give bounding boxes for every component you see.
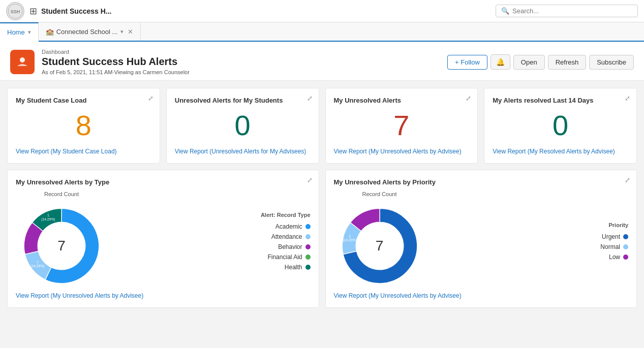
stat-value-0: 8 xyxy=(16,111,151,140)
search-input[interactable] xyxy=(512,7,632,15)
legend-label-0-4: Health xyxy=(285,264,302,271)
legend-group-title-1: Priority xyxy=(436,222,629,228)
stat-value-2: 7 xyxy=(334,111,470,140)
tab-connected-school-label: Connected School ... xyxy=(56,28,118,36)
svg-text:1: 1 xyxy=(47,213,49,217)
chart-expand-icon-0[interactable]: ⤢ xyxy=(307,176,313,184)
open-button[interactable]: Open xyxy=(513,55,545,70)
chart-title-0: My Unresolved Alerts by Type xyxy=(16,178,311,186)
stat-card-1: ⤢ Unresolved Alerts for My Students 0 Vi… xyxy=(166,88,319,164)
legend-dot-0-2 xyxy=(305,244,311,249)
legend-item-1-0: Urgent xyxy=(436,233,629,240)
svg-text:SSH: SSH xyxy=(11,9,20,14)
svg-point-2 xyxy=(20,57,25,62)
stats-row: ⤢ My Student Case Load 8 View Report (My… xyxy=(7,88,637,164)
stat-title-1: Unresolved Alerts for My Students xyxy=(175,97,311,104)
record-count-label-1: Record Count xyxy=(334,191,425,197)
chart-body-0: Record Count 1(14.29%)1(14.29%) 7 Alert:… xyxy=(16,191,311,292)
legend-dot-1-2 xyxy=(623,255,628,260)
search-bar[interactable]: 🔍 xyxy=(496,5,638,17)
tab-home[interactable]: Home ▾ xyxy=(0,22,39,42)
search-icon: 🔍 xyxy=(501,7,509,15)
dashboard-icon xyxy=(10,50,35,74)
stat-link-3[interactable]: View Report (My Resolved Alerts by Advis… xyxy=(493,148,628,155)
legend-label-0-2: Behavior xyxy=(278,243,302,250)
record-count-label-0: Record Count xyxy=(16,191,107,197)
tabs-bar: Home ▾ 🏫 Connected School ... ▾ ✕ xyxy=(0,22,644,42)
stat-link-1[interactable]: View Report (Unresolved Alerts for My Ad… xyxy=(175,148,311,155)
expand-icon-2[interactable]: ⤢ xyxy=(466,94,471,102)
chart-expand-icon-1[interactable]: ⤢ xyxy=(625,176,630,184)
legend-item-0-0: Academic xyxy=(117,223,311,230)
chart-card-by-type: ⤢ My Unresolved Alerts by Type Record Co… xyxy=(7,170,319,308)
svg-text:(14.29%): (14.29%) xyxy=(41,217,55,222)
stat-link-2[interactable]: View Report (My Unresolved Alerts by Adv… xyxy=(334,148,470,155)
chart-legend-1: Priority Urgent Normal Low xyxy=(436,222,629,261)
tab-connected-school-chevron-icon[interactable]: ▾ xyxy=(120,28,124,35)
subscribe-button[interactable]: Subscribe xyxy=(589,55,634,70)
legend-group-title-0: Alert: Record Type xyxy=(117,212,311,218)
legend-item-0-1: Attendance xyxy=(117,233,311,240)
app-title: Student Success H... xyxy=(41,7,111,15)
charts-row: ⤢ My Unresolved Alerts by Type Record Co… xyxy=(7,170,637,308)
chart-body-1: Record Count 1(14.29%) 7 Priority Urgent… xyxy=(334,191,629,292)
legend-dot-1-1 xyxy=(623,244,628,249)
stat-title-2: My Unresolved Alerts xyxy=(334,97,470,104)
donut-wrapper-0: 1(14.29%)1(14.29%) 7 xyxy=(16,200,107,292)
svg-text:1: 1 xyxy=(37,260,39,264)
dashboard-title: Student Success Hub Alerts xyxy=(42,56,190,68)
legend-item-0-3: Financial Aid xyxy=(117,254,311,261)
legend-item-1-2: Low xyxy=(436,254,629,261)
legend-label-1-0: Urgent xyxy=(602,233,620,240)
donut-center-1: 7 xyxy=(376,238,384,254)
legend-label-0-0: Academic xyxy=(275,223,302,230)
dashboard-header: Dashboard Student Success Hub Alerts As … xyxy=(0,42,644,81)
app-grid-icon[interactable]: ⊞ xyxy=(29,6,37,17)
stat-link-0[interactable]: View Report (My Student Case Load) xyxy=(16,148,151,155)
legend-item-1-1: Normal xyxy=(436,243,629,250)
legend-item-0-4: Health xyxy=(117,264,311,271)
chart-title-1: My Unresolved Alerts by Priority xyxy=(334,178,629,186)
dashboard-actions: + Follow 🔔 Open Refresh Subscribe xyxy=(447,54,634,70)
chart-link-1[interactable]: View Report (My Unresolved Alerts by Adv… xyxy=(334,292,462,299)
tab-connected-school-icon: 🏫 xyxy=(46,28,54,36)
stat-title-0: My Student Case Load xyxy=(16,97,151,104)
legend-dot-0-1 xyxy=(305,234,311,239)
expand-icon-1[interactable]: ⤢ xyxy=(307,94,313,102)
legend-dot-0-3 xyxy=(305,255,311,260)
legend-dot-0-0 xyxy=(305,224,311,229)
top-bar: SSH ⊞ Student Success H... 🔍 xyxy=(0,0,644,22)
svg-text:(14.29%): (14.29%) xyxy=(343,238,356,242)
dashboard-text: Dashboard Student Success Hub Alerts As … xyxy=(42,49,190,75)
stat-title-3: My Alerts resolved Last 14 Days xyxy=(493,97,628,104)
tab-connected-school[interactable]: 🏫 Connected School ... ▾ ✕ xyxy=(39,22,141,41)
refresh-button[interactable]: Refresh xyxy=(548,55,587,70)
legend-dot-1-0 xyxy=(623,234,628,239)
expand-icon-0[interactable]: ⤢ xyxy=(148,94,154,102)
tab-home-chevron-icon[interactable]: ▾ xyxy=(28,29,31,36)
chart-card-by-priority: ⤢ My Unresolved Alerts by Priority Recor… xyxy=(325,170,637,308)
follow-button[interactable]: + Follow xyxy=(447,55,487,70)
tab-home-label: Home xyxy=(7,28,25,36)
stat-value-1: 0 xyxy=(175,111,311,140)
dashboard-subtitle: As of Feb 5, 2021, 11:51 AM·Viewing as C… xyxy=(42,69,190,75)
svg-text:(14.29%): (14.29%) xyxy=(30,264,44,268)
stat-card-2: ⤢ My Unresolved Alerts 7 View Report (My… xyxy=(325,88,478,164)
bell-button[interactable]: 🔔 xyxy=(490,54,510,70)
dashboard-left: Dashboard Student Success Hub Alerts As … xyxy=(10,49,190,75)
legend-label-0-1: Attendance xyxy=(271,233,302,240)
legend-item-0-2: Behavior xyxy=(117,243,311,250)
legend-label-1-2: Low xyxy=(609,254,620,261)
donut-wrapper-1: 1(14.29%) 7 xyxy=(334,200,425,292)
app-logo: SSH xyxy=(6,2,24,20)
legend-dot-0-4 xyxy=(305,265,311,270)
chart-link-0[interactable]: View Report (My Unresolved Alerts by Adv… xyxy=(16,292,143,299)
dashboard-label: Dashboard xyxy=(42,49,190,55)
stat-card-0: ⤢ My Student Case Load 8 View Report (My… xyxy=(7,88,160,164)
chart-legend-0: Alert: Record Type Academic Attendance B… xyxy=(117,212,311,271)
legend-label-0-3: Financial Aid xyxy=(267,254,302,261)
expand-icon-3[interactable]: ⤢ xyxy=(625,94,630,102)
stat-card-3: ⤢ My Alerts resolved Last 14 Days 0 View… xyxy=(484,88,637,164)
tab-connected-school-close-icon[interactable]: ✕ xyxy=(128,28,133,36)
svg-text:1: 1 xyxy=(349,234,351,238)
